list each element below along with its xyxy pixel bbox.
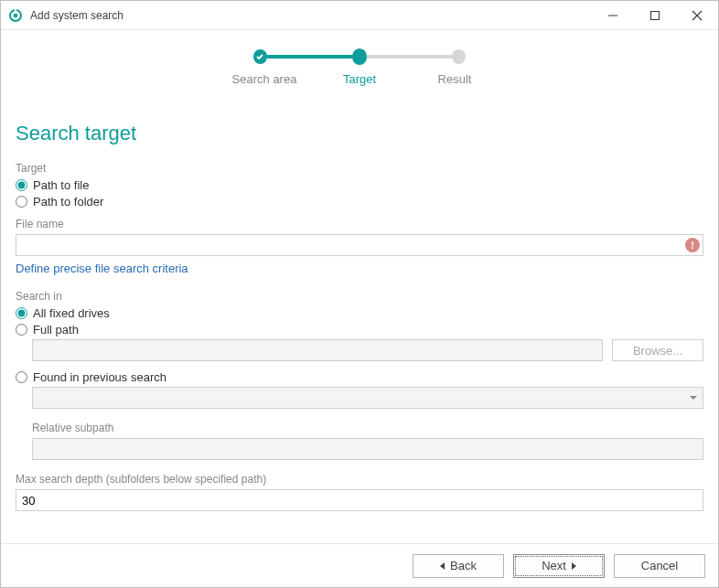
radio-prev-search-label: Found in previous search xyxy=(33,370,166,384)
cancel-button[interactable]: Cancel xyxy=(614,554,705,578)
relative-subpath-label: Relative subpath xyxy=(32,422,703,434)
max-depth-input[interactable] xyxy=(16,489,703,511)
close-button[interactable] xyxy=(676,1,718,29)
filename-input[interactable] xyxy=(16,234,703,256)
step-label-search-area: Search area xyxy=(217,72,312,86)
step-segment-2 xyxy=(367,55,452,59)
filename-field-wrap: ! xyxy=(16,234,703,256)
back-button[interactable]: Back xyxy=(413,554,504,578)
radio-path-to-folder-label: Path to folder xyxy=(33,195,103,208)
chevron-right-icon xyxy=(572,562,576,570)
maximize-button[interactable] xyxy=(634,1,676,29)
svg-point-1 xyxy=(14,13,18,17)
dialog-window: Add system search xyxy=(0,0,719,588)
search-in-label: Search in xyxy=(16,290,703,303)
step-dot-target xyxy=(352,48,368,65)
target-section-label: Target xyxy=(16,162,703,175)
define-criteria-link[interactable]: Define precise file search criteria xyxy=(16,262,188,275)
window-controls xyxy=(592,1,718,29)
wizard-stepper: Search area Target Result xyxy=(16,48,703,94)
radio-path-to-folder[interactable]: Path to folder xyxy=(16,195,703,208)
next-button[interactable]: Next xyxy=(513,554,605,578)
step-label-result: Result xyxy=(407,72,502,86)
prev-search-dropdown[interactable] xyxy=(32,387,703,409)
footer: Back Next Cancel xyxy=(1,543,718,587)
radio-path-to-file[interactable]: Path to file xyxy=(16,178,703,192)
minimize-button[interactable] xyxy=(592,1,634,29)
full-path-input[interactable] xyxy=(32,339,603,361)
titlebar: Add system search xyxy=(1,1,718,30)
cancel-button-label: Cancel xyxy=(641,559,678,572)
svg-rect-2 xyxy=(15,8,16,14)
max-depth-label: Max search depth (subfolders below speci… xyxy=(16,473,703,486)
radio-path-to-file-input[interactable] xyxy=(16,179,27,191)
maximize-icon xyxy=(650,11,660,20)
radio-all-fixed-input[interactable] xyxy=(16,307,27,319)
radio-path-to-file-label: Path to file xyxy=(33,178,89,192)
radio-all-fixed-label: All fixed drives xyxy=(33,306,110,320)
step-dot-result xyxy=(452,49,466,64)
radio-full-path[interactable]: Full path xyxy=(16,323,703,337)
radio-path-to-folder-input[interactable] xyxy=(16,196,27,208)
app-icon xyxy=(8,8,23,23)
page-title: Search target xyxy=(16,122,703,145)
back-button-label: Back xyxy=(450,559,477,572)
radio-full-path-input[interactable] xyxy=(16,324,27,336)
step-label-target: Target xyxy=(312,72,407,86)
chevron-left-icon xyxy=(440,562,445,570)
step-segment-1 xyxy=(267,55,352,59)
radio-all-fixed-drives[interactable]: All fixed drives xyxy=(16,306,703,320)
full-path-row: Browse... xyxy=(32,339,703,361)
radio-full-path-label: Full path xyxy=(33,323,79,337)
relative-subpath-input[interactable] xyxy=(32,438,703,460)
error-icon: ! xyxy=(685,238,700,252)
filename-label: File name xyxy=(16,218,703,230)
chevron-down-icon xyxy=(690,396,697,400)
step-dot-search-area xyxy=(253,49,267,64)
browse-button[interactable]: Browse... xyxy=(612,339,703,361)
next-button-label: Next xyxy=(542,559,566,572)
radio-prev-search-input[interactable] xyxy=(16,371,27,383)
radio-prev-search[interactable]: Found in previous search xyxy=(16,370,703,384)
window-title: Add system search xyxy=(30,9,123,22)
content-area: Search area Target Result Search target … xyxy=(1,30,718,543)
